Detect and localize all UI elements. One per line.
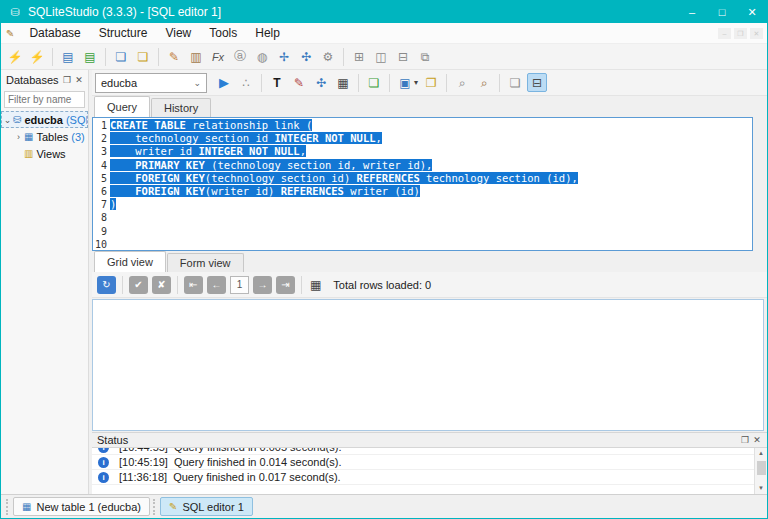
save-sql-icon[interactable]: ▣ — [395, 73, 415, 92]
print-query-icon[interactable]: ▦ — [333, 73, 353, 92]
close-button[interactable]: ✕ — [737, 1, 767, 23]
panel-float-icon[interactable]: ❐ — [739, 435, 751, 445]
scroll-down-icon[interactable]: ▼ — [758, 483, 764, 494]
database-combobox[interactable]: educba ⌄ — [95, 73, 207, 93]
line-number: 10 — [93, 238, 107, 251]
invalidate-icon[interactable]: ✣ — [311, 73, 331, 92]
commit-icon[interactable]: ✔ — [129, 276, 148, 294]
find-icon[interactable]: ⌕ — [452, 73, 472, 92]
app-window: ⛁ SQLiteStudio (3.3.3) - [SQL editor 1] … — [0, 0, 768, 519]
window-bolt-icon[interactable]: ❏ — [133, 47, 153, 66]
explain-query-plan-icon[interactable]: ∴ — [236, 73, 256, 92]
open-sql-icon[interactable]: ❐ — [421, 73, 441, 92]
first-page-icon[interactable]: ⇤ — [184, 276, 203, 294]
execute-query-icon[interactable]: ▶ — [214, 73, 234, 92]
status-log-entry: i [10:44:55] Query finished in 0.005 sec… — [92, 448, 754, 455]
status-log-list: i [10:44:55] Query finished in 0.005 sec… — [92, 448, 767, 494]
tab-grid-view[interactable]: Grid view — [94, 251, 166, 272]
mdi-cascade-icon[interactable]: ⧉ — [415, 47, 435, 66]
page-number-field[interactable]: 1 — [230, 276, 249, 294]
import-icon[interactable]: ✢ — [274, 47, 294, 66]
connect-icon[interactable]: ⚡ — [5, 47, 25, 66]
line-number: 6 — [93, 185, 107, 198]
panel-float-icon[interactable]: ❐ — [61, 75, 73, 85]
window-add-icon[interactable]: ❏ — [111, 47, 131, 66]
collations-editor-icon[interactable]: ⓐ — [230, 47, 250, 66]
extensions-icon[interactable]: ◍ — [252, 47, 272, 66]
menu-view[interactable]: View — [156, 24, 200, 42]
format-sql-icon[interactable]: T — [267, 73, 287, 92]
export-results-icon[interactable]: ❏ — [364, 73, 384, 92]
editor-line: writer_id INTEGER NOT NULL, — [110, 145, 752, 158]
toolbar-separator — [499, 74, 500, 92]
mdi-taskbar: ▦ New table 1 (educba) ✎ SQL editor 1 — [1, 494, 767, 518]
taskbar-tab-new-table[interactable]: ▦ New table 1 (educba) — [13, 497, 150, 516]
status-text: Query finished in 0.005 second(s). — [174, 448, 342, 453]
last-page-icon[interactable]: ⇥ — [276, 276, 295, 294]
scrollbar-thumb[interactable] — [757, 461, 766, 475]
database-refresh-icon[interactable]: ▤ — [80, 47, 100, 66]
results-below-layout-icon[interactable]: ⊟ — [527, 73, 547, 92]
toolbar-separator — [301, 276, 302, 294]
clear-editor-icon[interactable]: ✎ — [289, 73, 309, 92]
menu-structure[interactable]: Structure — [90, 24, 157, 42]
toolbar-separator — [446, 74, 447, 92]
prev-page-icon[interactable]: ← — [207, 276, 226, 294]
menu-tools[interactable]: Tools — [200, 24, 246, 42]
panel-close-icon[interactable]: ✕ — [751, 435, 763, 445]
status-panel-header: Status ❐ ✕ — [92, 432, 767, 448]
functions-editor-icon[interactable]: Fx — [208, 47, 228, 66]
results-tab-layout-icon[interactable]: ❏ — [505, 73, 525, 92]
toolbar-separator — [358, 74, 359, 92]
tree-item-label: Tables — [36, 131, 68, 143]
sql-code-area[interactable]: CREATE TABLE relationship_link ( technol… — [110, 118, 752, 250]
chevron-right-icon[interactable]: › — [13, 132, 24, 142]
tab-query[interactable]: Query — [94, 96, 150, 117]
disconnect-icon[interactable]: ⚡ — [27, 47, 47, 66]
line-number: 4 — [93, 159, 107, 172]
status-text: Query finished in 0.017 second(s). — [173, 471, 341, 483]
configuration-icon[interactable]: ⚙ — [318, 47, 338, 66]
ddl-history-icon[interactable]: ▥ — [186, 47, 206, 66]
print-results-icon[interactable]: ▦ — [310, 278, 321, 292]
line-number: 8 — [93, 211, 107, 224]
mdi-minimize-button[interactable]: – — [718, 28, 731, 39]
chevron-down-icon[interactable]: ⌄ — [2, 115, 13, 125]
replace-icon[interactable]: ⌕ — [474, 73, 494, 92]
rollback-icon[interactable]: ✘ — [152, 276, 171, 294]
tree-item-count: (3) — [71, 131, 84, 143]
sql-code-editor[interactable]: 12345678910 CREATE TABLE relationship_li… — [92, 117, 753, 251]
mdi-restore-button[interactable]: ❐ — [734, 28, 747, 39]
next-page-icon[interactable]: → — [253, 276, 272, 294]
taskbar-tab-sql-editor[interactable]: ✎ SQL editor 1 — [160, 497, 253, 516]
scroll-up-icon[interactable]: ▲ — [758, 448, 764, 459]
database-add-icon[interactable]: ▤ — [58, 47, 78, 66]
tab-form-view[interactable]: Form view — [167, 253, 244, 272]
mdi-tile-horizontal-icon[interactable]: ◫ — [371, 47, 391, 66]
tree-item-educba[interactable]: ⌄ ⛁ educba (SQLite — [1, 111, 88, 128]
mdi-tile-icon[interactable]: ⊞ — [349, 47, 369, 66]
sql-editor-icon[interactable]: ✎ — [164, 47, 184, 66]
status-time: [10:45:19] — [119, 456, 168, 468]
panel-close-icon[interactable]: ✕ — [73, 75, 85, 85]
mdi-tile-vertical-icon[interactable]: ⊟ — [393, 47, 413, 66]
minimize-button[interactable]: – — [677, 1, 707, 23]
status-log-entry: i [11:36:18] Query finished in 0.017 sec… — [92, 470, 754, 485]
menu-help[interactable]: Help — [246, 24, 289, 42]
maximize-button[interactable]: □ — [707, 1, 737, 23]
results-grid[interactable] — [92, 299, 764, 431]
chevron-down-icon: ⌄ — [193, 78, 206, 88]
tree-item-views[interactable]: ▥ Views — [1, 145, 88, 162]
save-dropdown-caret[interactable]: ▾ — [414, 78, 418, 87]
menu-database[interactable]: Database — [20, 24, 89, 42]
export-icon[interactable]: ✣ — [296, 47, 316, 66]
toolbar-separator — [122, 276, 123, 294]
status-scrollbar[interactable]: ▲ ▼ — [754, 448, 767, 494]
status-time: [11:36:18] — [119, 471, 167, 483]
taskbar-tab-label: SQL editor 1 — [182, 501, 243, 513]
mdi-close-button[interactable]: ✕ — [750, 28, 763, 39]
tree-item-tables[interactable]: › ▦ Tables (3) — [1, 128, 88, 145]
filter-by-name-input[interactable] — [4, 91, 85, 108]
tab-history[interactable]: History — [151, 98, 211, 117]
refresh-results-icon[interactable]: ↻ — [97, 276, 116, 294]
